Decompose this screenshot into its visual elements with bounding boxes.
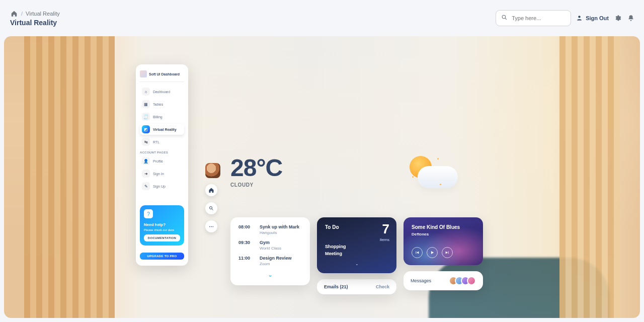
search-input[interactable] bbox=[512, 15, 581, 21]
emails-label: Emails (21) bbox=[324, 284, 348, 289]
track-artist: Deftones bbox=[412, 232, 429, 236]
nav-label: Sign Up bbox=[153, 185, 166, 188]
temperature-value: 28°C bbox=[230, 156, 282, 180]
svg-line-4 bbox=[212, 209, 213, 210]
vr-stage: Soft UI Dashboard ⌂Dashboard ▦Tables 🧾Bi… bbox=[4, 36, 640, 318]
emails-action[interactable]: Check bbox=[376, 284, 389, 289]
help-card: ? Need help? Please check our docs Docum… bbox=[140, 205, 184, 246]
messages-label: Messages bbox=[411, 278, 431, 283]
nav-label: Virtual Reality bbox=[153, 128, 177, 131]
nav-label: Billing bbox=[153, 115, 163, 119]
home-icon[interactable] bbox=[10, 10, 18, 18]
chevron-down-icon[interactable]: ⌄ bbox=[238, 271, 302, 278]
tables-icon: ▦ bbox=[142, 100, 150, 108]
billing-icon: 🧾 bbox=[142, 113, 150, 121]
cards-area: 08:00 Synk up with MarkHangouts 09:30 Gy… bbox=[230, 217, 483, 294]
todo-count-label: items bbox=[380, 237, 389, 242]
quick-column: ⋯ bbox=[205, 163, 220, 232]
signout-label: Sign Out bbox=[586, 15, 609, 21]
schedule-title: Synk up with Mark bbox=[260, 224, 299, 229]
more-quick-button[interactable]: ⋯ bbox=[205, 220, 217, 232]
dashboard-icon: ⌂ bbox=[142, 88, 150, 96]
schedule-card: 08:00 Synk up with MarkHangouts 09:30 Gy… bbox=[230, 217, 310, 285]
top-actions: Sign Out bbox=[496, 10, 635, 26]
nav-section-header: Account Pages bbox=[140, 151, 184, 154]
schedule-subtitle: Hangouts bbox=[260, 230, 299, 235]
brand-logo-icon bbox=[140, 70, 147, 77]
vr-icon: ◩ bbox=[142, 125, 150, 133]
messages-card[interactable]: Messages bbox=[404, 271, 483, 290]
profile-icon: 👤 bbox=[142, 157, 150, 165]
bell-icon[interactable] bbox=[627, 14, 635, 22]
svg-point-3 bbox=[210, 207, 212, 209]
upgrade-button[interactable]: Upgrade to Pro bbox=[140, 253, 184, 260]
nav-item-tables[interactable]: ▦Tables bbox=[140, 99, 184, 110]
page-title: Virtual Reality bbox=[10, 19, 60, 27]
svg-point-2 bbox=[579, 16, 581, 18]
avatar-group bbox=[452, 276, 476, 285]
search-box[interactable] bbox=[496, 10, 571, 26]
next-track-button[interactable] bbox=[442, 247, 453, 258]
topbar: / Virtual Reality Virtual Reality Sign O… bbox=[0, 0, 644, 36]
signup-icon: ✎ bbox=[142, 182, 150, 190]
music-player-card: Some Kind Of Blues Deftones bbox=[404, 217, 483, 265]
user-icon bbox=[576, 15, 583, 22]
todo-list: Shopping Meeting bbox=[325, 243, 388, 258]
nav-item-profile[interactable]: 👤Profile bbox=[140, 155, 184, 167]
help-subtitle: Please check our docs bbox=[144, 228, 180, 231]
search-icon bbox=[501, 14, 508, 22]
weather-hero: 28°C CLOUDY bbox=[230, 156, 282, 188]
prev-track-button[interactable] bbox=[412, 247, 423, 258]
nav-item-signup[interactable]: ✎Sign Up bbox=[140, 181, 184, 192]
brand[interactable]: Soft UI Dashboard bbox=[140, 70, 184, 82]
weather-icon bbox=[410, 156, 432, 178]
todo-heading: To Do bbox=[325, 224, 388, 230]
nav-item-billing[interactable]: 🧾Billing bbox=[140, 111, 184, 122]
nav-item-dashboard[interactable]: ⌂Dashboard bbox=[140, 86, 184, 97]
emails-card[interactable]: Emails (21) Check bbox=[317, 279, 396, 294]
avatar[interactable] bbox=[205, 163, 220, 178]
nav-item-signin[interactable]: ➜Sign In bbox=[140, 168, 184, 179]
schedule-time: 11:00 bbox=[238, 256, 255, 266]
brand-label: Soft UI Dashboard bbox=[149, 72, 180, 76]
nav-list: ⌂Dashboard ▦Tables 🧾Billing ◩Virtual Rea… bbox=[140, 86, 184, 192]
signin-icon: ➜ bbox=[142, 170, 150, 178]
breadcrumb: / Virtual Reality Virtual Reality bbox=[10, 10, 60, 27]
schedule-row[interactable]: 11:00 Design ReviewZoom bbox=[238, 256, 302, 266]
help-icon: ? bbox=[144, 209, 153, 218]
home-quick-button[interactable] bbox=[205, 184, 217, 196]
chevron-down-icon[interactable]: ⌄ bbox=[325, 262, 388, 266]
rtl-icon: ↹ bbox=[142, 138, 150, 146]
play-button[interactable] bbox=[427, 247, 438, 258]
schedule-row[interactable]: 09:30 GymWorld Class bbox=[238, 240, 302, 251]
todo-card[interactable]: To Do 7 items Shopping Meeting ⌄ bbox=[317, 217, 396, 273]
gear-icon[interactable] bbox=[614, 14, 622, 22]
schedule-time: 09:30 bbox=[238, 240, 255, 251]
nav-label: RTL bbox=[153, 140, 159, 144]
nav-item-virtual-reality[interactable]: ◩Virtual Reality bbox=[140, 124, 184, 135]
track-title: Some Kind Of Blues bbox=[412, 224, 475, 230]
todo-count: 7 bbox=[382, 221, 389, 237]
breadcrumb-separator: / bbox=[21, 11, 23, 17]
signout-link[interactable]: Sign Out bbox=[576, 15, 609, 22]
nav-label: Dashboard bbox=[153, 90, 170, 94]
schedule-subtitle: World Class bbox=[260, 246, 281, 251]
nav-label: Profile bbox=[153, 159, 163, 163]
schedule-row[interactable]: 08:00 Synk up with MarkHangouts bbox=[238, 224, 302, 235]
schedule-time: 08:00 bbox=[238, 224, 255, 235]
avatar-icon bbox=[467, 276, 476, 285]
nav-label: Tables bbox=[153, 103, 163, 106]
help-title: Need help? bbox=[144, 222, 166, 227]
breadcrumb-current: Virtual Reality bbox=[26, 11, 60, 17]
schedule-subtitle: Zoom bbox=[260, 262, 292, 266]
nav-label: Sign In bbox=[153, 172, 164, 176]
svg-point-0 bbox=[502, 15, 506, 19]
todo-item: Shopping bbox=[325, 243, 388, 250]
schedule-title: Design Review bbox=[260, 256, 292, 261]
documentation-button[interactable]: Documentation bbox=[144, 234, 180, 242]
search-quick-button[interactable] bbox=[205, 202, 217, 214]
svg-line-1 bbox=[505, 18, 507, 20]
todo-item: Meeting bbox=[325, 250, 388, 257]
floating-sidebar: Soft UI Dashboard ⌂Dashboard ▦Tables 🧾Bi… bbox=[136, 64, 188, 266]
nav-item-rtl[interactable]: ↹RTL bbox=[140, 136, 184, 147]
